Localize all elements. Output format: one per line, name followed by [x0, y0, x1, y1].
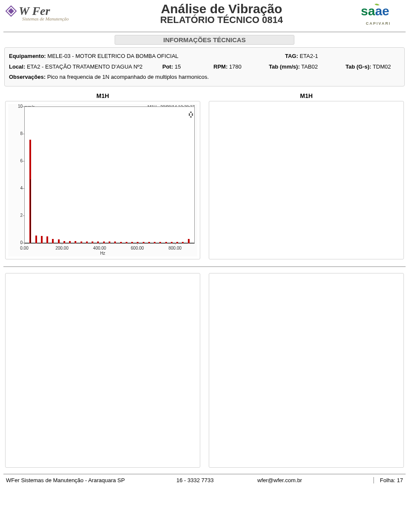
y-tick: 10 — [8, 104, 23, 109]
field-tab-mms: Tab (mm/s): TAB02 — [269, 62, 337, 72]
page-header: W Fer Sistemas de Manutenção Análise de … — [0, 0, 409, 32]
spectrum-bar — [154, 242, 156, 243]
report-title: Análise de Vibração — [90, 2, 353, 16]
x-tick: 200.00 — [55, 246, 69, 250]
spectrum-bar — [63, 241, 65, 243]
x-tick: 0.00 — [20, 246, 28, 250]
panel-left: M1H mm/s M1H - 20/08/14 10:38:37 7,48 RM… — [5, 91, 200, 259]
field-local: Local: ETA2 - ESTAÇÃO TRATAMENTO D'AGUA … — [9, 62, 150, 72]
svg-rect-3 — [189, 113, 190, 116]
spectrum-bar — [103, 242, 105, 243]
footer-company: WFer Sistemas de Manutenção - Araraquara… — [6, 477, 176, 483]
spectrum-bar — [148, 242, 150, 243]
mid-divider — [3, 266, 406, 267]
field-observacoes: Observações: Pico na frequencia de 1N ac… — [9, 72, 209, 83]
spectrum-bar — [75, 241, 76, 243]
spectrum-bar — [159, 242, 161, 243]
spectrum-bar — [52, 239, 54, 243]
spectrum-bar — [165, 242, 167, 243]
section-label-info: INFORMAÇÕES TÉCNICAS — [115, 35, 294, 45]
spectrum-bar — [69, 241, 71, 243]
svg-rect-6 — [190, 116, 192, 118]
spectrum-bar — [188, 239, 190, 243]
spectrum-chart: mm/s M1H - 20/08/14 10:38:37 7,48 RMS 13… — [5, 101, 200, 259]
panel-right-title: M1H — [209, 92, 404, 99]
spectrum-bar — [182, 242, 184, 243]
svg-rect-5 — [190, 112, 192, 113]
y-tick: 8 — [8, 131, 23, 136]
panel-right: M1H — [209, 91, 404, 259]
footer-divider — [3, 474, 406, 474]
plot-area — [24, 106, 195, 244]
spectrum-bar — [120, 242, 122, 243]
spectrum-bar — [143, 242, 144, 243]
field-rpm: RPM: 1780 — [213, 62, 260, 72]
field-pot: Pot: 15 — [162, 62, 201, 72]
y-tick: 6 — [8, 158, 23, 163]
spectrum-bar — [58, 239, 60, 243]
spectrum-bar — [92, 242, 93, 243]
page-footer: WFer Sistemas de Manutenção - Araraquara… — [0, 476, 409, 488]
header-divider — [3, 32, 406, 32]
report-subtitle: RELATÓRIO TÉCNICO 0814 — [90, 14, 353, 26]
chart-x-label: Hz — [100, 251, 105, 256]
report-title-block: Análise de Vibração RELATÓRIO TÉCNICO 08… — [90, 2, 353, 26]
spectrum-bar — [114, 242, 116, 243]
x-tick: 600.00 — [131, 246, 144, 250]
spectrum-bar — [176, 242, 178, 243]
saae-logo: saae CAPIVARI — [353, 2, 404, 26]
field-tag: TAG: ETA2-1 — [285, 51, 400, 62]
chart-canvas: mm/s M1H - 20/08/14 10:38:37 7,48 RMS 13… — [8, 104, 197, 256]
footer-phone: 16 - 3332 7733 — [176, 477, 257, 483]
saae-caption: CAPIVARI — [353, 21, 404, 26]
lower-panels — [5, 273, 404, 468]
footer-email: wfer@wfer.com.br — [257, 477, 373, 483]
spectrum-bar — [35, 236, 37, 243]
x-tick: 800.00 — [168, 246, 181, 250]
spectrum-bar — [131, 242, 133, 243]
wfer-tagline: Sistemas de Manutenção — [22, 16, 90, 21]
y-tick: 0 — [8, 240, 23, 245]
field-tab-gs: Tab (G-s): TDM02 — [346, 62, 391, 72]
wfer-logo: W Fer Sistemas de Manutenção — [5, 2, 90, 21]
x-tick: 400.00 — [93, 246, 107, 250]
lower-panel-left — [5, 273, 200, 468]
svg-rect-4 — [192, 113, 193, 116]
spectrum-bar — [171, 242, 173, 243]
spectrum-bar — [109, 242, 110, 243]
field-equipamento: Equipamento: MELE-03 - MOTOR ELETRICO DA… — [9, 51, 179, 62]
spectrum-bar — [126, 242, 127, 243]
svg-marker-1 — [8, 8, 14, 14]
panel-left-title: M1H — [5, 92, 200, 99]
spectrum-bar — [41, 236, 43, 243]
lower-panel-right — [209, 273, 404, 468]
technical-info-box: Equipamento: MELE-03 - MOTOR ELETRICO DA… — [4, 47, 405, 86]
spectrum-bar — [86, 242, 88, 243]
y-tick: 2 — [8, 213, 23, 218]
upper-panels: M1H mm/s M1H - 20/08/14 10:38:37 7,48 RM… — [5, 91, 404, 259]
y-tick: 4 — [8, 186, 23, 190]
spectrum-bar — [81, 242, 82, 243]
cursor-icon — [189, 112, 193, 118]
wfer-mark-icon — [5, 5, 17, 17]
saae-leaf-icon: saae — [359, 3, 397, 20]
spectrum-bar — [46, 236, 48, 243]
svg-text:saae: saae — [361, 4, 389, 18]
spectrum-bar — [97, 242, 99, 243]
footer-page: Folha: 17 — [373, 477, 403, 483]
panel-right-box — [209, 101, 404, 259]
